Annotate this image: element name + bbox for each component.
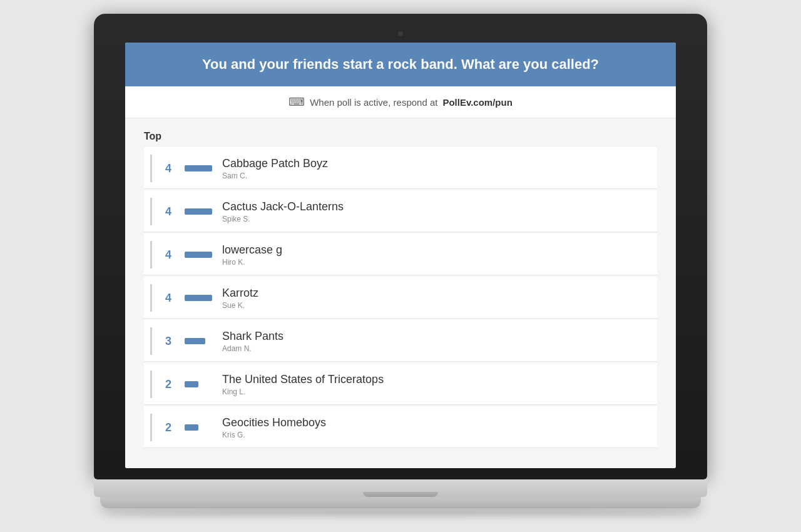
vote-count: 2 (161, 421, 176, 434)
entry-author: Kris G. (222, 431, 651, 439)
poll-body: Top 4 Cabbage Patch Boyz Sam C. 4 Cactus… (125, 118, 676, 468)
vote-bar (185, 208, 212, 215)
bar-container (185, 252, 212, 258)
entry-name: lowercase g (222, 243, 651, 257)
vote-count: 4 (161, 248, 176, 262)
vote-bar (185, 338, 205, 344)
screen-bezel: You and your friends start a rock band. … (94, 14, 707, 479)
entry-info: Cabbage Patch Boyz Sam C. (222, 157, 651, 180)
rank-divider (150, 284, 152, 312)
entry-info: Cactus Jack-O-Lanterns Spike S. (222, 200, 651, 223)
bar-container (185, 338, 212, 344)
bar-container (185, 381, 212, 387)
screen: You and your friends start a rock band. … (125, 43, 676, 468)
entry-author: Adam N. (222, 344, 651, 353)
webcam (398, 31, 403, 36)
entry-name: Karrotz (222, 287, 651, 300)
laptop-base (94, 479, 707, 497)
entry-info: Geocities Homeboys Kris G. (222, 416, 651, 439)
entry-info: lowercase g Hiro K. (222, 243, 651, 267)
vote-count: 4 (161, 205, 176, 218)
rank-divider (150, 198, 152, 225)
vote-bar (185, 424, 198, 431)
poll-header: You and your friends start a rock band. … (125, 43, 676, 86)
entry-author: King L. (222, 387, 651, 396)
poll-question: You and your friends start a rock band. … (150, 56, 651, 73)
entry-author: Hiro K. (222, 258, 651, 267)
vote-count: 4 (161, 162, 176, 175)
entry-name: Shark Pants (222, 330, 651, 343)
entry-info: Karrotz Sue K. (222, 287, 651, 310)
entry-name: Cabbage Patch Boyz (222, 157, 651, 170)
entry-name: Geocities Homeboys (222, 416, 651, 429)
laptop-frame: You and your friends start a rock band. … (94, 14, 707, 518)
top-label: Top (144, 131, 657, 142)
entry-name: Cactus Jack-O-Lanterns (222, 200, 651, 213)
vote-bar (185, 252, 212, 258)
entry-author: Sue K. (222, 301, 651, 310)
bar-container (185, 424, 212, 431)
result-row: 4 Cabbage Patch Boyz Sam C. (144, 147, 657, 189)
entry-info: The United States of Triceratops King L. (222, 373, 651, 396)
results-list: 4 Cabbage Patch Boyz Sam C. 4 Cactus Jac… (144, 147, 657, 448)
result-row: 3 Shark Pants Adam N. (144, 320, 657, 362)
entry-info: Shark Pants Adam N. (222, 330, 651, 353)
instruction-text: When poll is active, respond at (310, 97, 437, 108)
bar-container (185, 295, 212, 301)
rank-divider (150, 155, 152, 182)
result-row: 2 Geocities Homeboys Kris G. (144, 406, 657, 448)
result-row: 2 The United States of Triceratops King … (144, 363, 657, 405)
entry-name: The United States of Triceratops (222, 373, 651, 386)
entry-author: Sam C. (222, 171, 651, 180)
vote-count: 4 (161, 292, 176, 305)
rank-divider (150, 327, 152, 355)
result-row: 4 lowercase g Hiro K. (144, 233, 657, 275)
vote-count: 3 (161, 335, 176, 348)
entry-author: Spike S. (222, 215, 651, 223)
vote-count: 2 (161, 378, 176, 391)
rank-divider (150, 241, 152, 269)
phone-icon: ⌨ (288, 95, 305, 109)
laptop-hinge (363, 492, 438, 497)
bar-container (185, 165, 212, 171)
rank-divider (150, 371, 152, 398)
bar-container (185, 208, 212, 215)
vote-bar (185, 381, 198, 387)
laptop-reflection (106, 511, 695, 518)
result-row: 4 Cactus Jack-O-Lanterns Spike S. (144, 190, 657, 232)
vote-bar (185, 295, 212, 301)
vote-bar (185, 165, 212, 171)
poll-url: PollEv.com/pun (442, 97, 512, 108)
result-row: 4 Karrotz Sue K. (144, 277, 657, 319)
rank-divider (150, 414, 152, 441)
poll-instruction: ⌨ When poll is active, respond at PollEv… (125, 86, 676, 118)
laptop-bottom (100, 497, 701, 508)
